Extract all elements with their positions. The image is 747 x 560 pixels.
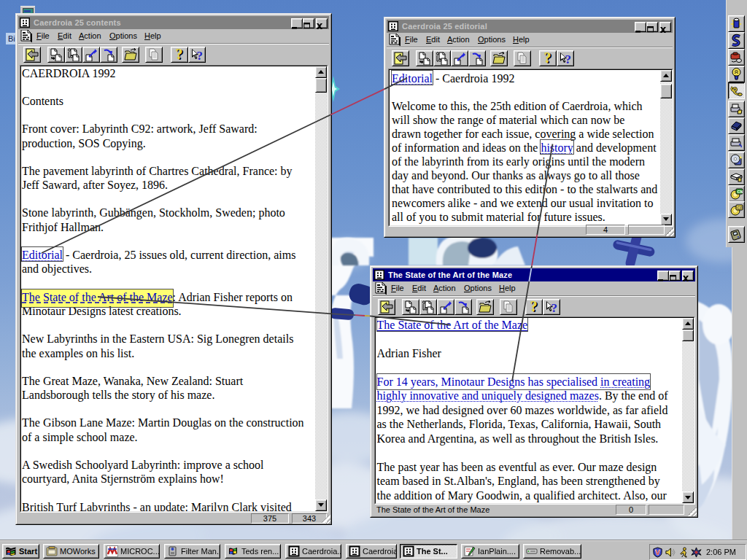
svg-text:CP: CP (738, 206, 743, 210)
svg-text:CN: CN (738, 190, 743, 194)
